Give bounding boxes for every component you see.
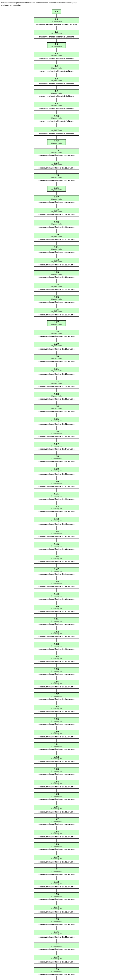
revision-node[interactable]: 1.589 years vip-iresmeserver-shared-fold…: [34, 705, 79, 714]
revision-node[interactable]: 1.439 years vip-iresmeserver-shared-fold…: [34, 517, 79, 526]
revision-node[interactable]: 1.2210 years vip-iresmeserver-shared-fol…: [34, 258, 79, 267]
revision-node[interactable]: 1.748 years vip-iresmeserver-shared-fold…: [34, 905, 79, 914]
revision-node-group: 1.659 years vip-iresmeserver-shared-fold…: [34, 792, 79, 801]
connector: [56, 451, 57, 455]
revision-node[interactable]: 1.788 years vip-iresmeserver-shared-fold…: [34, 955, 79, 964]
revision-node[interactable]: 1.519 years vip-iresmeserver-shared-fold…: [34, 617, 79, 626]
revision-node[interactable]: 1.609 years vip-iresmeserver-shared-fold…: [34, 730, 79, 739]
revision-node[interactable]: 1.569 years vip-iresmeserver-shared-fold…: [34, 680, 79, 689]
revision-node[interactable]: 1.2910 years vip-iresmeserver-shared-fol…: [34, 342, 79, 351]
connector: [56, 376, 57, 380]
revision-node[interactable]: 1.559 years vip-iresmeserver-shared-fold…: [34, 667, 79, 676]
revision-version: 1.25: [34, 296, 79, 298]
revision-node[interactable]: 1.669 years vip-iresmeserver-shared-fold…: [34, 805, 79, 814]
revision-version: 1.31: [34, 367, 79, 370]
revision-node[interactable]: 1.758 years vip-iresmeserver-shared-fold…: [34, 918, 79, 926]
revision-node[interactable]: 1.810 years vip-iresmeserver-shared-fold…: [34, 89, 79, 98]
revision-node[interactable]: 1.1810 years vip-iresmeserver-shared-fol…: [34, 208, 79, 216]
revision-label: smeserver-shared-folders-0.1-27.el4.sme: [37, 360, 76, 363]
revision-date: 10 years vip-ire: [34, 236, 79, 238]
revision-date: 9 years vip-ire: [34, 658, 79, 660]
revision-node[interactable]: 1.719 years vip-iresmeserver-shared-fold…: [34, 867, 79, 876]
revision-node[interactable]: 1.549 years vip-iresmeserver-shared-fold…: [34, 655, 79, 663]
connector: [56, 304, 57, 308]
revision-node[interactable]: 1.699 years vip-iresmeserver-shared-fold…: [34, 842, 79, 851]
connector: [56, 363, 57, 367]
revision-node[interactable]: 1.1410 years vip-iresmeserver-shared-fol…: [34, 161, 79, 170]
revision-node[interactable]: 1.3110 years vip-iresmeserver-shared-fol…: [34, 367, 79, 376]
revision-node[interactable]: 1.529 years vip-iresmeserver-shared-fold…: [34, 630, 79, 639]
revision-node[interactable]: 1.2110 years vip-iresmeserver-shared-fol…: [34, 245, 79, 254]
revision-date: 9 years vip-ire: [34, 520, 79, 522]
revision-node[interactable]: 1.539 years vip-iresmeserver-shared-fold…: [34, 642, 79, 651]
revision-node[interactable]: 1.728 years vip-iresmeserver-shared-fold…: [34, 880, 79, 889]
revision-node[interactable]: 1.389 years vip-iresmeserver-shared-fold…: [34, 455, 79, 463]
revision-version: 1.27: [47, 321, 66, 323]
revision-node[interactable]: 1.479 years vip-iresmeserver-shared-fold…: [34, 567, 79, 576]
revision-node[interactable]: 1.1210 years vip-ire: [47, 139, 66, 145]
revision-node[interactable]: 1.2510 years vip-iresmeserver-shared-fol…: [34, 295, 79, 304]
revision-node[interactable]: 1.1010 years vip-iresmeserver-shared-fol…: [34, 114, 79, 123]
revision-node[interactable]: 1.579 years vip-iresmeserver-shared-fold…: [34, 692, 79, 701]
revision-node[interactable]: 1.410 years slord: [47, 42, 66, 48]
revision-version: 1.52: [34, 630, 79, 633]
revision-node[interactable]: 1.369 years vip-iresmeserver-shared-fold…: [34, 430, 79, 439]
revision-node[interactable]: 1.359 years vip-iresmeserver-shared-fold…: [34, 417, 79, 426]
revision-node[interactable]: 1.610 years vip-iresmeserver-shared-fold…: [34, 64, 79, 73]
revision-node[interactable]: 1.419 years vip-iresmeserver-shared-fold…: [34, 492, 79, 501]
revision-node[interactable]: 1.798 years vip-iresmeserver-shared-fold…: [34, 967, 79, 976]
revision-node[interactable]: 1.910 years vip-iresmeserver-shared-fold…: [34, 102, 79, 110]
revision-node[interactable]: 1.1710 years vip-iresmeserver-shared-fol…: [34, 195, 79, 204]
revision-node[interactable]: 1.709 years vip-iresmeserver-shared-fold…: [34, 855, 79, 864]
revision-node[interactable]: 1.409 years vip-iresmeserver-shared-fold…: [34, 480, 79, 488]
revision-node[interactable]: 1.629 years vip-iresmeserver-shared-fold…: [34, 755, 79, 764]
revision-version: 1.63: [34, 767, 79, 770]
revision-label: smeserver-shared-folders-0.1-59.el4.sme: [37, 760, 76, 764]
revision-node[interactable]: 1.2810 years vip-iresmeserver-shared-fol…: [34, 329, 79, 339]
revision-node[interactable]: 1.3210 years vip-iresmeserver-shared-fol…: [34, 380, 79, 388]
revision-node[interactable]: 1.449 years vip-iresmeserver-shared-fold…: [34, 530, 79, 538]
revision-node[interactable]: 1.1610 years vip-ire: [47, 186, 66, 192]
revision-node[interactable]: 1.399 years vip-iresmeserver-shared-fold…: [34, 467, 79, 476]
revision-node[interactable]: 1.509 years vip-iresmeserver-shared-fold…: [34, 605, 79, 614]
revision-node[interactable]: 1.768 years vip-iresmeserver-shared-fold…: [34, 930, 79, 939]
revision-node[interactable]: 1.2610 years vip-iresmeserver-shared-fol…: [34, 308, 79, 317]
revision-date: 8 years vip-ire: [34, 883, 79, 885]
revision-node[interactable]: 1.2710 years vip-ire: [47, 320, 66, 326]
revision-node[interactable]: 1.1110 years vip-iresmeserver-shared-fol…: [34, 127, 79, 135]
file-path: /cvs/smecontribs/rpms/smeserver-shared-f…: [0, 2, 113, 4]
revision-node[interactable]: 1.3410 years vip-iresmeserver-shared-fol…: [34, 404, 79, 414]
revision-node[interactable]: 1.2310 years vip-iresmeserver-shared-fol…: [34, 270, 79, 279]
revision-node[interactable]: 1.379 years vip-iresmeserver-shared-fold…: [34, 442, 79, 451]
revision-node[interactable]: 1.459 years vip-iresmeserver-shared-fold…: [34, 542, 79, 551]
revision-node[interactable]: 1.3310 years vip-iresmeserver-shared-fol…: [34, 392, 79, 401]
revision-node[interactable]: 1.1510 years vip-iresmeserver-shared-fol…: [34, 173, 79, 182]
revision-node[interactable]: 1.738 years vip-iresmeserver-shared-fold…: [34, 892, 79, 901]
revision-node[interactable]: 1.679 years vip-iresmeserver-shared-fold…: [34, 818, 79, 826]
revision-node[interactable]: 1.1310 years vip-iresmeserver-shared-fol…: [34, 148, 79, 158]
revision-node[interactable]: 1.649 years vip-iresmeserver-shared-fold…: [34, 780, 79, 789]
connector: [56, 338, 57, 342]
revision-node[interactable]: 1.778 years vip-iresmeserver-shared-fold…: [34, 943, 79, 951]
revision-node-group: 1.539 years vip-iresmeserver-shared-fold…: [34, 642, 79, 651]
revision-node[interactable]: 1.710 years vip-iresmeserver-shared-fold…: [34, 77, 79, 86]
revision-node[interactable]: 1.2010 years vip-iresmeserver-shared-fol…: [34, 233, 79, 242]
revision-node[interactable]: 1.3010 years vip-iresmeserver-shared-fol…: [34, 355, 79, 363]
revision-node[interactable]: 1.499 years vip-iresmeserver-shared-fold…: [34, 592, 79, 601]
revision-node[interactable]: 1.469 years vip-iresmeserver-shared-fold…: [34, 555, 79, 563]
connector: [56, 123, 57, 127]
revision-node[interactable]: 1.310 years slordsmeserver-shared-folder…: [34, 30, 79, 39]
revision-node[interactable]: 1.599 years vip-iresmeserver-shared-fold…: [34, 717, 79, 726]
revision-node[interactable]: 1.489 years vip-iresmeserver-shared-fold…: [34, 580, 79, 589]
revision-node[interactable]: 1.429 years vip-iresmeserver-shared-fold…: [34, 505, 79, 514]
revision-node[interactable]: 1.1910 years vip-iresmeserver-shared-fol…: [34, 220, 79, 229]
revision-node[interactable]: 1.510 years vip-iresmeserver-shared-fold…: [34, 52, 79, 60]
revision-node[interactable]: 1.619 years vip-iresmeserver-shared-fold…: [34, 742, 79, 751]
connector: [56, 876, 57, 880]
revision-node[interactable]: 1.639 years vip-iresmeserver-shared-fold…: [34, 767, 79, 776]
revision-node[interactable]: 1.659 years vip-iresmeserver-shared-fold…: [34, 792, 79, 801]
revision-node[interactable]: 1.2410 years vip-iresmeserver-shared-fol…: [34, 283, 79, 291]
revision-node[interactable]: 1.110 years slordsmeserver-shared-folder…: [34, 18, 79, 26]
revision-node[interactable]: 1.689 years vip-iresmeserver-shared-fold…: [34, 830, 79, 838]
root-node[interactable]: 1.1: [52, 9, 61, 14]
